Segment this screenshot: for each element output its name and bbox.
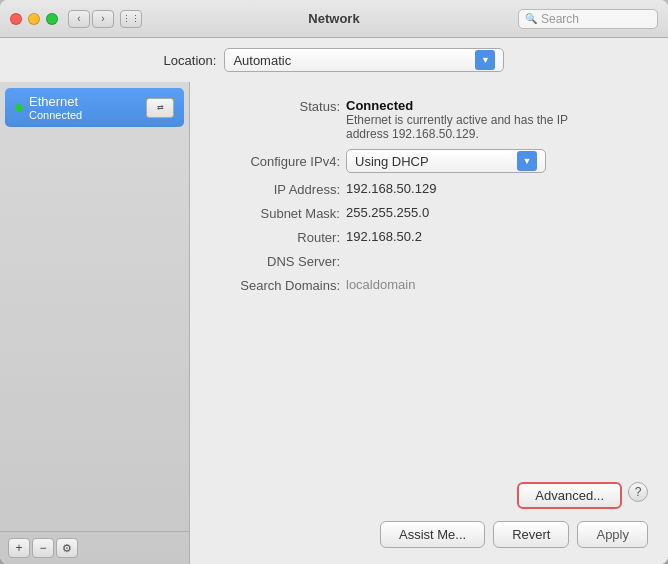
nav-buttons: ‹ ›	[68, 10, 114, 28]
assist-me-button[interactable]: Assist Me...	[380, 521, 485, 548]
status-description: Ethernet is currently active and has the…	[346, 113, 568, 141]
status-label: Status:	[210, 98, 340, 114]
window-title: Network	[308, 11, 359, 26]
sidebar: Ethernet Connected ⇄ + − ⚙	[0, 82, 190, 564]
advanced-button[interactable]: Advanced...	[517, 482, 622, 509]
back-button[interactable]: ‹	[68, 10, 90, 28]
advanced-row: Advanced... ?	[210, 482, 648, 509]
subnet-mask-row: Subnet Mask: 255.255.255.0	[210, 205, 648, 221]
dns-server-label: DNS Server:	[210, 253, 340, 269]
ipv4-row: Configure IPv4: Using DHCP ▼	[210, 149, 648, 173]
ethernet-status: Connected	[29, 109, 142, 121]
location-label: Location:	[164, 53, 217, 68]
revert-button[interactable]: Revert	[493, 521, 569, 548]
configure-ipv4-value: Using DHCP	[355, 154, 517, 169]
sidebar-bottom: + − ⚙	[0, 531, 189, 564]
settings-button[interactable]: ⚙	[56, 538, 78, 558]
titlebar: ‹ › ⋮⋮ Network 🔍 Search	[0, 0, 668, 38]
configure-ipv4-select[interactable]: Using DHCP ▼	[346, 149, 546, 173]
traffic-lights	[10, 13, 58, 25]
dns-server-row: DNS Server:	[210, 253, 648, 269]
help-button[interactable]: ?	[628, 482, 648, 502]
location-value: Automatic	[233, 53, 475, 68]
subnet-mask-label: Subnet Mask:	[210, 205, 340, 221]
search-domains-label: Search Domains:	[210, 277, 340, 293]
sidebar-list: Ethernet Connected ⇄	[0, 82, 189, 531]
ip-address-value: 192.168.50.129	[346, 181, 436, 196]
bottom-buttons: Assist Me... Revert Apply	[210, 521, 648, 548]
configure-ipv4-label: Configure IPv4:	[210, 153, 340, 169]
ip-address-row: IP Address: 192.168.50.129	[210, 181, 648, 197]
network-preferences-window: ‹ › ⋮⋮ Network 🔍 Search Location: Automa…	[0, 0, 668, 564]
detail-panel: Status: Connected Ethernet is currently …	[190, 82, 668, 564]
search-box[interactable]: 🔍 Search	[518, 9, 658, 29]
search-domains-row: Search Domains: localdomain	[210, 277, 648, 293]
forward-button[interactable]: ›	[92, 10, 114, 28]
minimize-button[interactable]	[28, 13, 40, 25]
ethernet-icon-box: ⇄	[146, 98, 174, 118]
router-label: Router:	[210, 229, 340, 245]
apply-button[interactable]: Apply	[577, 521, 648, 548]
status-value: Connected	[346, 98, 568, 113]
sidebar-item-ethernet[interactable]: Ethernet Connected ⇄	[5, 88, 184, 127]
subnet-mask-value: 255.255.255.0	[346, 205, 429, 220]
maximize-button[interactable]	[46, 13, 58, 25]
grid-button[interactable]: ⋮⋮	[120, 10, 142, 28]
action-area: Advanced... ? Assist Me... Revert Apply	[210, 482, 648, 548]
spacer	[210, 301, 648, 482]
search-domains-value: localdomain	[346, 277, 415, 292]
ipv4-dropdown-arrow: ▼	[517, 151, 537, 171]
search-icon: 🔍	[525, 13, 537, 24]
close-button[interactable]	[10, 13, 22, 25]
remove-interface-button[interactable]: −	[32, 538, 54, 558]
location-bar: Location: Automatic ▼	[0, 38, 668, 82]
status-row: Status: Connected Ethernet is currently …	[210, 98, 648, 141]
location-dropdown-arrow: ▼	[475, 50, 495, 70]
sidebar-item-info: Ethernet Connected	[29, 94, 142, 121]
location-select[interactable]: Automatic ▼	[224, 48, 504, 72]
add-interface-button[interactable]: +	[8, 538, 30, 558]
ethernet-status-dot	[15, 104, 23, 112]
ip-address-label: IP Address:	[210, 181, 340, 197]
search-placeholder: Search	[541, 12, 579, 26]
router-value: 192.168.50.2	[346, 229, 422, 244]
router-row: Router: 192.168.50.2	[210, 229, 648, 245]
status-info: Connected Ethernet is currently active a…	[340, 98, 568, 141]
main-content: Ethernet Connected ⇄ + − ⚙ Status: Conne…	[0, 82, 668, 564]
ethernet-name: Ethernet	[29, 94, 142, 109]
